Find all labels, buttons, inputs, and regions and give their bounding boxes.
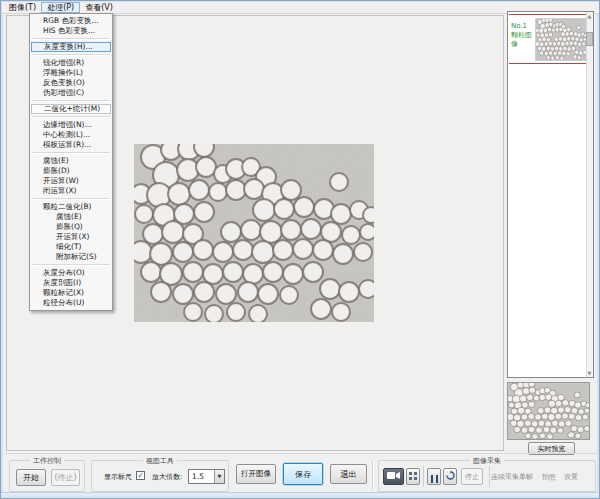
menu-item[interactable]: 灰度分布(O) xyxy=(30,268,112,278)
menu-item[interactable]: 膨胀(Q) xyxy=(30,222,112,232)
menu-separator xyxy=(32,116,110,118)
work-control-group: 工作控制 开始 (停止) xyxy=(9,460,85,492)
refresh-icon xyxy=(446,471,455,480)
menu-separator xyxy=(32,152,110,154)
start-button[interactable]: 开始 xyxy=(16,469,46,486)
list-item-rule-bottom xyxy=(509,63,587,64)
capture-option[interactable]: 设置 xyxy=(564,472,578,482)
menu-item[interactable]: 粒径分布(U) xyxy=(30,298,112,308)
menu-item[interactable]: 闭运算(X) xyxy=(30,186,112,196)
ruler-checkbox[interactable]: ✓ xyxy=(136,471,145,480)
menu-item[interactable]: HIS 色彩变换... xyxy=(30,26,112,36)
scrollbar-thumb[interactable] xyxy=(586,32,593,46)
list-item-thumbnail xyxy=(535,18,587,61)
save-button[interactable]: 保存 xyxy=(283,463,323,485)
menu-item[interactable]: 锐化增强(R) xyxy=(30,58,112,68)
menu-separator xyxy=(32,264,110,266)
particle-micrograph xyxy=(134,144,374,322)
scrollbar[interactable]: ▲ ▼ xyxy=(586,12,593,377)
grid-button[interactable] xyxy=(406,468,420,485)
view-tools-title: 视图工具 xyxy=(143,456,177,466)
zoom-factor-select[interactable]: 1.5 ▼ xyxy=(188,469,225,484)
capture-option[interactable]: 拍照 xyxy=(542,472,556,482)
app-window: 图像(T)处理(P)查看(V) RGB 色彩变换...HIS 色彩变换...灰度… xyxy=(0,0,600,499)
history-listbox[interactable]: No.1 颗粒图像 ▲ ▼ xyxy=(507,11,594,378)
exit-button[interactable]: 退出 xyxy=(330,464,367,484)
menu-item[interactable]: 开运算(W) xyxy=(30,176,112,186)
capture-stop-button: 停止 xyxy=(461,468,483,485)
dropdown-menu: RGB 色彩变换...HIS 色彩变换...灰度变换(H)...锐化增强(R)浮… xyxy=(29,13,113,311)
toolbar-divider xyxy=(372,460,374,490)
pause-icon xyxy=(431,475,438,483)
menubar-item[interactable]: 查看(V) xyxy=(80,2,118,13)
view-tools-group: 视图工具 显示标尺 ✓ 放大倍数: 1.5 ▼ xyxy=(91,460,229,492)
zoom-factor-label: 放大倍数: xyxy=(152,472,182,482)
capture-option[interactable]: 单帧 xyxy=(519,472,533,482)
window-frame-bottom xyxy=(1,492,600,499)
menu-item[interactable]: 细化(T) xyxy=(30,242,112,252)
grid-icon xyxy=(409,472,417,480)
menu-item[interactable]: 模板运算(R)... xyxy=(30,140,112,150)
menu-item[interactable]: 中心检测(L)... xyxy=(30,130,112,140)
menubar-item[interactable]: 处理(P) xyxy=(41,2,80,13)
bottombar-divider xyxy=(5,453,597,454)
list-item-label: No.1 颗粒图像 xyxy=(511,22,537,49)
menu-item[interactable]: 二值化+统计(M) xyxy=(31,104,111,114)
list-item[interactable]: No.1 颗粒图像 xyxy=(509,14,587,64)
menu-item[interactable]: 腐蚀(E) xyxy=(30,156,112,166)
refresh-button[interactable] xyxy=(443,468,457,485)
menu-separator xyxy=(32,38,110,40)
chevron-down-icon[interactable]: ▼ xyxy=(214,470,224,483)
list-item-rule-top xyxy=(509,14,587,15)
pause-button[interactable] xyxy=(427,468,441,485)
menu-item[interactable]: 膨胀(D) xyxy=(30,166,112,176)
menu-item[interactable]: 灰度剖面(I) xyxy=(30,278,112,288)
menu-separator xyxy=(32,54,110,56)
menu-item[interactable]: 边缘增强(N)... xyxy=(30,120,112,130)
work-control-title: 工作控制 xyxy=(30,456,64,466)
menu-item[interactable]: 伪彩增强(C) xyxy=(30,88,112,98)
menu-item[interactable]: 灰度变换(H)... xyxy=(31,42,111,52)
video-camera-icon xyxy=(387,471,400,480)
group-divider xyxy=(423,466,424,487)
preview-thumbnail xyxy=(507,382,590,440)
menu-item[interactable]: 颗粒标记(X) xyxy=(30,288,112,298)
scroll-up-icon[interactable]: ▲ xyxy=(586,13,593,19)
menu-item[interactable]: RGB 色彩变换... xyxy=(30,16,112,26)
ruler-checkbox-label: 显示标尺 xyxy=(104,472,132,482)
capture-option[interactable]: 连续采集 xyxy=(491,472,519,482)
menubar-item[interactable]: 图像(T) xyxy=(4,2,41,13)
menu-separator xyxy=(32,198,110,200)
menu-item[interactable]: 附加标记(S) xyxy=(30,252,112,262)
capture-group-title: 图像采集 xyxy=(470,456,504,466)
camera-button[interactable] xyxy=(383,468,404,485)
menu-item[interactable]: 反色变换(O) xyxy=(30,78,112,88)
menu-separator xyxy=(32,100,110,102)
group-divider xyxy=(489,466,490,487)
zoom-factor-value: 1.5 xyxy=(192,472,204,481)
stop-button: (停止) xyxy=(51,469,80,486)
menu-item[interactable]: 腐蚀(E) xyxy=(30,212,112,222)
scroll-down-icon[interactable]: ▼ xyxy=(586,370,593,376)
open-image-button[interactable]: 打开图像 xyxy=(236,464,276,484)
capture-group: 图像采集 停止 连续采集单帧拍照设置 xyxy=(378,460,596,492)
menu-item[interactable]: 开运算(X) xyxy=(30,232,112,242)
menu-item[interactable]: 颗粒二值化(B) xyxy=(30,202,112,212)
menu-item[interactable]: 浮雕操作(L) xyxy=(30,68,112,78)
